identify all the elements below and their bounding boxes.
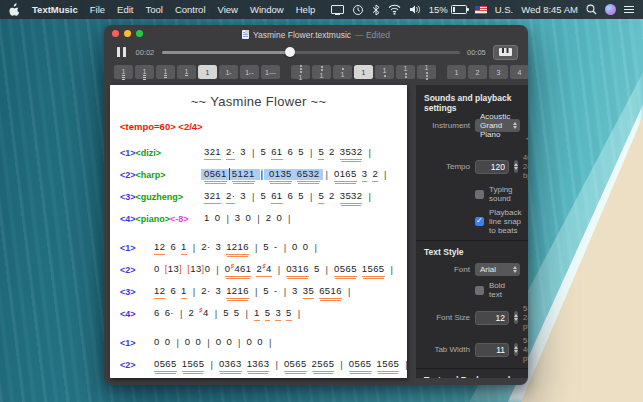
- slider-thumb[interactable]: [285, 47, 295, 57]
- notes-row: 3212·3|56165|523532|: [204, 191, 397, 202]
- toolbar-octave-button-5[interactable]: 1: [375, 65, 394, 79]
- bar-line: |: [284, 286, 286, 297]
- bluetooth-icon[interactable]: [372, 4, 380, 16]
- music-line: <3>1261|2·31216|5-|3356516|: [120, 284, 397, 297]
- toolbar-duration-button-6[interactable]: 1-: [219, 65, 238, 79]
- note-group: 5121: [232, 169, 255, 180]
- toolbar-octave-button-1[interactable]: 1: [291, 65, 310, 79]
- menu-item-control[interactable]: Control: [175, 4, 206, 15]
- snap-checkbox[interactable]: [475, 217, 484, 226]
- duration-button-group: 111111-1--1---: [114, 65, 280, 79]
- note-group: 1: [181, 286, 187, 297]
- toolbar-number-button-3[interactable]: 3: [489, 65, 508, 79]
- note-group: 2: [329, 147, 335, 158]
- font-label: Font: [424, 265, 470, 274]
- settings-sidebar: Sounds and playback settings Instrument …: [416, 85, 528, 378]
- tempo-input[interactable]: [475, 160, 509, 174]
- tempo-label: Tempo: [424, 162, 470, 171]
- menu-item-tool[interactable]: Tool: [145, 4, 162, 15]
- display-icon[interactable]: [331, 5, 344, 14]
- note-group: 0: [226, 337, 232, 348]
- document-page[interactable]: ~~ Yasmine Flower ~~ <tempo=60> <2/4> <1…: [110, 85, 407, 378]
- bold-text-checkbox[interactable]: [475, 286, 484, 295]
- toolbar-octave-button-6[interactable]: 1: [396, 65, 415, 79]
- keyboard-toggle-button[interactable]: [493, 45, 518, 60]
- instrument-dropdown[interactable]: Acoustic Grand Piano: [475, 119, 520, 132]
- pause-button[interactable]: [114, 47, 129, 57]
- note-group: 0565: [284, 359, 307, 370]
- app-menu-title[interactable]: TextMusic: [32, 4, 78, 15]
- menu-clock[interactable]: Wed 8:45 AM: [521, 4, 578, 15]
- battery-icon: [451, 5, 467, 14]
- volume-icon[interactable]: [409, 4, 421, 15]
- bar-line: |: [193, 242, 195, 253]
- tab-width-input[interactable]: [475, 343, 509, 357]
- input-source-flag-icon[interactable]: [475, 6, 487, 14]
- note-group: 321: [204, 147, 221, 158]
- toolbar-duration-button-7[interactable]: 1--: [240, 65, 259, 79]
- wifi-icon[interactable]: [388, 4, 401, 15]
- time-machine-icon[interactable]: [352, 4, 364, 16]
- notification-center-icon[interactable]: [624, 6, 634, 14]
- zoom-button[interactable]: [136, 30, 143, 37]
- toolbar-duration-button-1[interactable]: 1: [114, 65, 133, 79]
- music-line: <3><guzheng>3212·3|56165|523532|: [120, 189, 397, 202]
- note-group: 2·: [201, 242, 210, 253]
- bar-line: |: [326, 264, 328, 275]
- music-line: <1>1261|2·31216|5-|00|: [120, 240, 397, 253]
- spotlight-search-icon[interactable]: [586, 4, 597, 15]
- note-group: 1363: [247, 359, 270, 370]
- font-size-range: 5-24 pt: [523, 304, 528, 331]
- menu-item-edit[interactable]: Edit: [117, 4, 133, 15]
- font-size-input[interactable]: [475, 311, 509, 325]
- toolbar-octave-button-3[interactable]: 1: [333, 65, 352, 79]
- toolbar-duration-button-2[interactable]: 1: [135, 65, 154, 79]
- toolbar-duration-button-3[interactable]: 1: [156, 65, 175, 79]
- toolbar-number-button-4[interactable]: 4: [510, 65, 528, 79]
- toolbar-octave-button-2[interactable]: 1: [312, 65, 331, 79]
- voice-label: <2>: [120, 360, 154, 370]
- menu-item-help[interactable]: Help: [296, 4, 316, 15]
- toolbar-duration-button-8[interactable]: 1---: [261, 65, 280, 79]
- toolbar-octave-button-7[interactable]: 1: [417, 65, 436, 79]
- siri-icon[interactable]: [605, 4, 616, 15]
- note-group: 3: [292, 286, 298, 297]
- close-button[interactable]: [112, 30, 119, 37]
- toolbar-number-button-2[interactable]: 2: [468, 65, 487, 79]
- tempo-stepper[interactable]: [514, 160, 518, 173]
- elapsed-time: 00:02: [136, 48, 155, 57]
- note-group: 0165: [334, 169, 357, 180]
- font-dropdown[interactable]: Arial: [475, 263, 520, 276]
- input-source-label[interactable]: U.S.: [495, 4, 513, 15]
- note-group: 12: [154, 286, 165, 297]
- note-group: 6516: [319, 286, 342, 297]
- menu-item-file[interactable]: File: [90, 4, 105, 15]
- toolbar-octave-button-4[interactable]: 1: [354, 65, 373, 79]
- menu-item-window[interactable]: Window: [250, 4, 284, 15]
- toolbar-duration-button-4[interactable]: 1: [177, 65, 196, 79]
- bar-line: |: [288, 213, 290, 224]
- minimize-button[interactable]: [124, 30, 131, 37]
- note-group: 0: [247, 337, 253, 348]
- tab-width-stepper[interactable]: [514, 343, 518, 356]
- apple-menu[interactable]: [9, 3, 20, 16]
- toolbar-number-button-1[interactable]: 1: [447, 65, 466, 79]
- battery-status[interactable]: 15%: [429, 4, 467, 15]
- playback-slider[interactable]: [162, 51, 461, 54]
- font-size-stepper[interactable]: [514, 311, 518, 324]
- note-group: 3: [215, 286, 221, 297]
- note-group: 0: [196, 337, 202, 348]
- editor-gutter: [407, 85, 416, 378]
- note-group: 0: [257, 337, 263, 348]
- bar-line: |: [252, 147, 254, 158]
- bar-line: |: [255, 242, 257, 253]
- note-group: 0565: [334, 264, 357, 275]
- app-window: Yasmine Flower.textmusic — Edited 00:02 …: [104, 25, 528, 385]
- bar-line: |: [193, 286, 195, 297]
- instrument-label: Instrument: [424, 121, 470, 130]
- note-group: 12: [154, 242, 165, 253]
- toolbar-duration-button-5[interactable]: 1: [198, 65, 217, 79]
- typing-sound-checkbox[interactable]: [475, 190, 484, 199]
- menu-item-view[interactable]: View: [218, 4, 238, 15]
- bar-line: |: [348, 286, 350, 297]
